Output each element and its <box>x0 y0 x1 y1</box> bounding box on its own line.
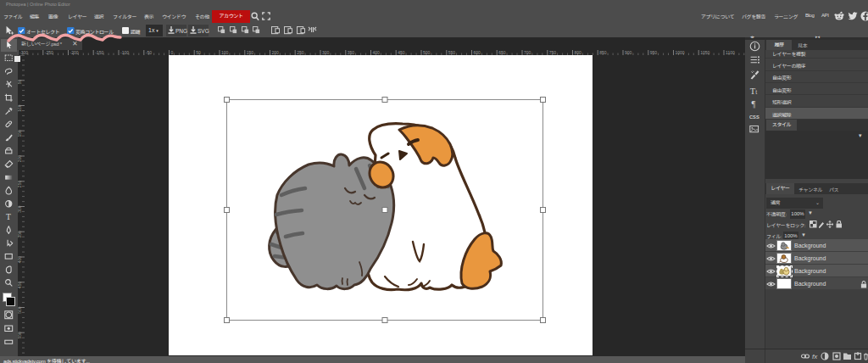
svg-text:200: 200 <box>18 155 22 163</box>
svg-text:700: 700 <box>524 50 531 55</box>
svg-text:-250: -250 <box>45 50 53 55</box>
svg-text:900: 900 <box>625 50 632 55</box>
svg-text:750: 750 <box>549 50 557 55</box>
svg-text:400: 400 <box>18 256 22 264</box>
svg-text:100: 100 <box>18 104 22 112</box>
svg-text:550: 550 <box>18 332 22 339</box>
svg-text:fx: fx <box>812 353 818 360</box>
svg-text:350: 350 <box>18 231 22 238</box>
svg-text:150: 150 <box>18 130 22 137</box>
svg-text:650: 650 <box>498 50 506 55</box>
svg-text:t: t <box>755 88 757 96</box>
svg-text:100: 100 <box>221 50 229 55</box>
svg-text:-300: -300 <box>19 50 28 55</box>
svg-text:-50: -50 <box>146 50 152 55</box>
svg-text:1000: 1000 <box>676 50 685 55</box>
svg-text:250: 250 <box>18 181 22 188</box>
svg-text:250: 250 <box>297 50 304 55</box>
svg-text:-200: -200 <box>70 50 79 55</box>
svg-text:200: 200 <box>272 50 280 55</box>
svg-text:50: 50 <box>196 50 201 55</box>
svg-text:800: 800 <box>575 50 582 55</box>
svg-text:550: 550 <box>448 50 456 55</box>
svg-text:150: 150 <box>247 50 254 55</box>
svg-text:350: 350 <box>348 50 355 55</box>
svg-text:0: 0 <box>171 50 174 55</box>
svg-text:450: 450 <box>18 282 22 289</box>
svg-text:400: 400 <box>373 50 381 55</box>
svg-text:-100: -100 <box>120 50 129 55</box>
svg-text:-150: -150 <box>95 50 103 55</box>
svg-text:500: 500 <box>423 50 431 55</box>
svg-text:950: 950 <box>650 50 658 55</box>
svg-text:600: 600 <box>474 50 481 55</box>
svg-text:CSS: CSS <box>749 114 760 120</box>
svg-text:300: 300 <box>322 50 330 55</box>
svg-text:T: T <box>6 212 11 221</box>
svg-text:500: 500 <box>18 306 22 314</box>
svg-text:1050: 1050 <box>700 50 709 55</box>
svg-text:450: 450 <box>398 50 405 55</box>
svg-text:300: 300 <box>18 205 22 213</box>
svg-text:850: 850 <box>599 50 607 55</box>
svg-text:1100: 1100 <box>726 50 735 55</box>
svg-text:¶: ¶ <box>751 99 755 109</box>
svg-text:50: 50 <box>18 80 22 85</box>
